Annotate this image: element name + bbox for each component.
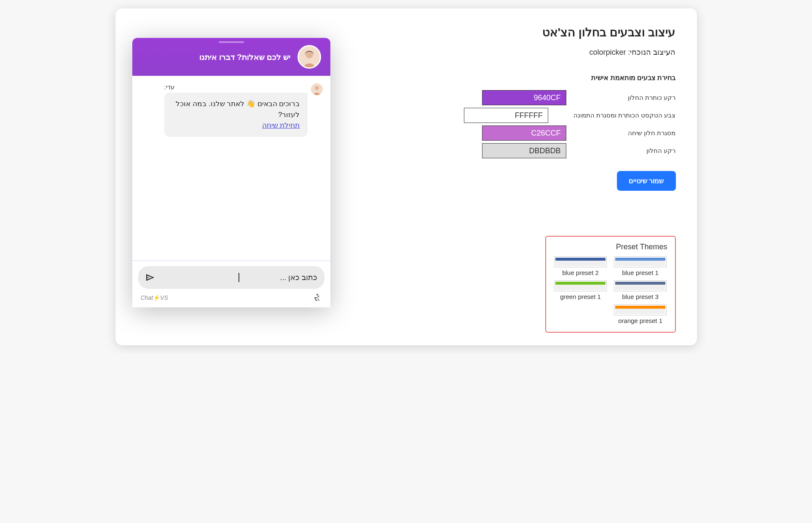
chat-footer: כתוב כאן ... Chat⚡VS [132, 260, 330, 307]
color-swatch[interactable]: 9640CF [482, 90, 566, 105]
color-swatch[interactable]: DBDBDB [482, 143, 566, 158]
chat-message-text: ברוכים הבאים 👋 לאתר שלנו. במה אוכל לעזור… [176, 100, 300, 119]
color-value: DBDBDB [529, 147, 560, 155]
brand-vs: VS [160, 294, 168, 301]
agent-avatar [297, 45, 321, 69]
current-design-prefix: העיצוב הנוכחי: [626, 48, 675, 56]
preset-themes-grid: blue preset 1blue preset 2blue preset 3g… [554, 256, 667, 324]
branding-text: Chat⚡VS [141, 294, 168, 301]
preset-item[interactable]: blue preset 3 [614, 280, 667, 300]
brand-chat: Chat [141, 294, 153, 301]
preset-item[interactable]: blue preset 1 [614, 256, 667, 276]
start-chat-link[interactable]: תחילת שיחה [262, 121, 300, 129]
preset-themes-box: Preset Themes blue preset 1blue preset 2… [545, 236, 676, 333]
preset-item[interactable]: orange preset 1 [614, 304, 667, 324]
chat-header-text: יש לכם שאלות? דברו איתנו [199, 52, 291, 62]
color-label: רקע כותרת החלון [592, 94, 676, 101]
color-label: צבע הטקסט הכותרת ומסגרת התמונה [573, 112, 676, 119]
chat-branding-row: Chat⚡VS [138, 291, 324, 302]
page-title: עיצוב וצבעים בחלון הצ'אט [464, 25, 676, 39]
color-rows: רקע כותרת החלון9640CFצבע הטקסט הכותרת ומ… [464, 90, 676, 158]
preset-label: orange preset 1 [618, 317, 662, 324]
preset-label: blue preset 2 [562, 269, 599, 276]
svg-point-4 [316, 294, 318, 296]
color-label: רקע החלון [592, 147, 676, 155]
color-swatch[interactable]: FFFFFF [464, 108, 548, 123]
chat-bubble: ברוכים הבאים 👋 לאתר שלנו. במה אוכל לעזור… [164, 93, 308, 137]
color-section-label: בחירת צבעים מותאמת אישית [464, 74, 676, 82]
chat-message: עדי: ברוכים הבאים 👋 לאתר שלנו. במה אוכל … [140, 83, 323, 137]
preset-item[interactable]: blue preset 2 [554, 256, 608, 276]
color-value: C26CCF [531, 129, 560, 138]
agent-avatar-small [311, 83, 323, 95]
text-caret [239, 273, 239, 282]
preset-label: green preset 1 [560, 293, 601, 300]
chat-input-placeholder[interactable]: כתוב כאן ... [244, 273, 318, 282]
chat-input-row[interactable]: כתוב כאן ... [138, 266, 324, 289]
preset-thumbnail [614, 280, 667, 291]
svg-point-3 [315, 86, 319, 90]
color-row: צבע הטקסט הכותרת ומסגרת התמונהFFFFFF [464, 108, 676, 123]
color-row: רקע כותרת החלון9640CF [464, 90, 676, 105]
bolt-icon: ⚡ [153, 294, 160, 301]
preset-item[interactable]: green preset 1 [554, 280, 608, 300]
current-design-value: colorpicker [589, 48, 626, 56]
chat-header: יש לכם שאלות? דברו איתנו [132, 38, 330, 76]
settings-card: עיצוב וצבעים בחלון הצ'אט העיצוב הנוכחי: … [115, 8, 697, 345]
preset-thumbnail [614, 256, 667, 267]
preset-thumbnail [554, 280, 607, 291]
preset-label: blue preset 1 [622, 269, 659, 276]
preset-thumbnail [554, 256, 607, 267]
chat-body: עדי: ברוכים הבאים 👋 לאתר שלנו. במה אוכל … [132, 76, 330, 260]
agent-name-label: עדי: [164, 83, 174, 91]
preset-label: blue preset 3 [622, 293, 659, 300]
config-panel: עיצוב וצבעים בחלון הצ'אט העיצוב הנוכחי: … [464, 25, 676, 191]
preset-themes-title: Preset Themes [554, 243, 667, 251]
save-button[interactable]: שמור שינויים [617, 171, 675, 191]
color-value: FFFFFF [515, 111, 543, 120]
accessibility-icon[interactable] [313, 293, 322, 302]
color-row: רקע החלוןDBDBDB [464, 143, 676, 158]
color-swatch[interactable]: C26CCF [482, 125, 566, 141]
current-design-label: העיצוב הנוכחי: colorpicker [464, 48, 676, 57]
color-row: מסגרת חלון שיחהC26CCF [464, 125, 676, 141]
color-value: 9640CF [533, 93, 560, 102]
color-label: מסגרת חלון שיחה [592, 129, 676, 137]
send-icon[interactable] [145, 272, 155, 283]
preset-thumbnail [614, 304, 667, 315]
chat-preview: יש לכם שאלות? דברו איתנו עדי: ברוכים הבא… [132, 38, 330, 307]
